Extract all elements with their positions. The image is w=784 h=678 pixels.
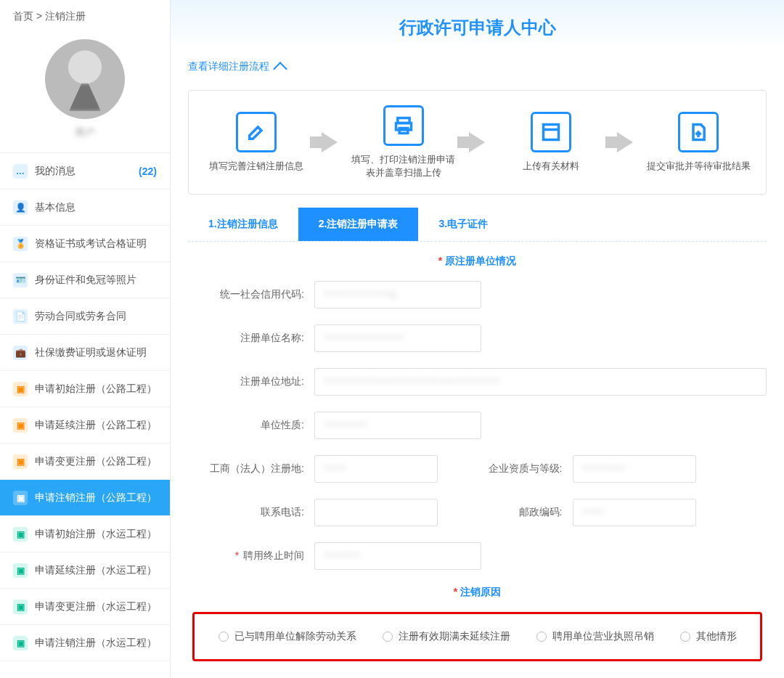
unit-addr-field[interactable]: ****************************************… [314, 368, 767, 396]
reason-option-1[interactable]: 已与聘用单位解除劳动关系 [219, 630, 356, 643]
camera-icon: ▣ [13, 600, 28, 614]
camera-icon: ▣ [13, 527, 28, 542]
sidebar-item-label: 申请注销注册（公路工程） [35, 491, 157, 505]
radio-icon [680, 632, 690, 642]
reg-place-select[interactable]: ****** [314, 455, 438, 483]
tabs: 1.注销注册信息 2.注销注册申请表 3.电子证件 [188, 208, 767, 242]
page-title: 行政许可申请人中心 [171, 0, 784, 49]
breadcrumb-current: 注销注册 [45, 10, 86, 22]
tab-info[interactable]: 1.注销注册信息 [188, 208, 298, 241]
tab-form[interactable]: 2.注销注册申请表 [298, 208, 419, 241]
sidebar-item-label: 劳动合同或劳务合同 [35, 310, 126, 323]
contract-icon: 📄 [13, 309, 28, 324]
arrow-icon [469, 132, 485, 152]
sidebar-item-label: 申请初始注册（水运工程） [35, 528, 157, 541]
step-flow: 填写完善注销注册信息 填写、打印注销注册申请表并盖章扫描上传 上传有关材料 提交… [188, 90, 767, 195]
sidebar-item-basic-info[interactable]: 👤 基本信息 [0, 189, 170, 226]
sidebar-item-messages[interactable]: … 我的消息 (22) [0, 153, 170, 189]
sidebar-item-change-water[interactable]: ▣ 申请变更注册（水运工程） [0, 589, 170, 625]
camera-icon: ▣ [13, 563, 28, 578]
sidebar-item-label: 社保缴费证明或退休证明 [35, 346, 147, 359]
sidebar-item-cancel-water[interactable]: ▣ 申请注销注册（水运工程） [0, 625, 170, 661]
svg-rect-3 [544, 125, 559, 140]
camera-icon: ▣ [13, 636, 28, 650]
sidebar-item-label: 我的消息 [35, 165, 75, 178]
sidebar-item-label: 申请注销注册（水运工程） [35, 637, 157, 650]
id-icon: 🪪 [13, 273, 28, 287]
chat-icon: … [13, 164, 28, 179]
unit-name-field[interactable]: ********************** [314, 324, 481, 352]
reason-option-3[interactable]: 聘用单位营业执照吊销 [536, 630, 654, 643]
messages-count: (22) [139, 166, 157, 177]
camera-icon: ▣ [13, 418, 28, 433]
print-icon [383, 105, 424, 146]
reason-option-2[interactable]: 注册有效期满未延续注册 [383, 630, 510, 643]
sidebar-item-label: 申请变更注册（公路工程） [35, 455, 157, 468]
cancel-reason-box: 已与聘用单位解除劳动关系 注册有效期满未延续注册 聘用单位营业执照吊销 其他情形 [192, 612, 762, 661]
sidebar-item-label: 申请延续注册（公路工程） [35, 419, 157, 432]
avatar [45, 39, 125, 119]
uscc-field[interactable]: ******************S [314, 281, 481, 309]
upload-icon [531, 112, 571, 152]
row-unit-type: 单位性质: ************ [188, 412, 767, 439]
camera-icon: ▣ [13, 491, 28, 505]
sidebar-item-initial-water[interactable]: ▣ 申请初始注册（水运工程） [0, 516, 170, 552]
breadcrumb-home[interactable]: 首页 [13, 10, 33, 22]
person-icon: 👤 [13, 200, 28, 215]
end-date-field[interactable]: ********** [314, 542, 481, 570]
sidebar-item-label: 申请延续注册（水运工程） [35, 564, 157, 577]
sidebar-item-label: 基本信息 [35, 201, 75, 214]
sidebar-item-label: 资格证书或考试合格证明 [35, 237, 147, 250]
submit-icon [678, 112, 719, 152]
row-unit-addr: 注册单位地址: ********************************… [188, 368, 767, 396]
row-unit-name: 注册单位名称: ********************** [188, 324, 767, 352]
radio-icon [383, 632, 393, 642]
breadcrumb: 首页 > 注销注册 [0, 0, 170, 30]
sidebar-item-change-road[interactable]: ▣ 申请变更注册（公路工程） [0, 444, 170, 480]
sidebar-item-contract[interactable]: 📄 劳动合同或劳务合同 [0, 298, 170, 335]
bag-icon: 💼 [13, 346, 28, 360]
row-reg-qual: 工商（法人）注册地: ****** 企业资质与等级: ************ [188, 455, 767, 483]
row-end-date: * 聘用终止时间 ********** [188, 542, 767, 570]
qual-level-field[interactable]: ************ [573, 455, 696, 483]
badge-icon: 🏅 [13, 237, 28, 251]
sidebar-item-label: 身份证件和免冠等照片 [35, 274, 136, 287]
sidebar-item-label: 申请初始注册（公路工程） [35, 383, 157, 396]
avatar-block: 用户 [0, 30, 170, 153]
step-1: 填写完善注销注册信息 [202, 112, 311, 173]
radio-icon [536, 632, 547, 642]
sidebar-item-social[interactable]: 💼 社保缴费证明或退休证明 [0, 335, 170, 371]
section-original-unit: * 原注册单位情况 [188, 255, 767, 268]
main-content: 行政许可申请人中心 查看详细注册流程 填写完善注销注册信息 填写、打印注销注册申… [171, 0, 784, 678]
step-4: 提交审批并等待审批结果 [644, 112, 753, 173]
unit-type-field[interactable]: ************ [314, 412, 481, 439]
postcode-field[interactable]: ****** [573, 499, 696, 526]
sidebar-item-renew-road[interactable]: ▣ 申请延续注册（公路工程） [0, 407, 170, 444]
username: 用户 [0, 126, 170, 139]
sidebar-item-renew-water[interactable]: ▣ 申请延续注册（水运工程） [0, 552, 170, 589]
section-cancel-reason: * 注销原因 [188, 586, 767, 599]
step-3: 上传有关材料 [497, 112, 605, 173]
sidebar: 首页 > 注销注册 用户 … 我的消息 (22) 👤 基本信息 🏅 资格证书或考… [0, 0, 171, 678]
row-phone-post: 联系电话: 邮政编码: ****** [188, 499, 767, 526]
reason-option-4[interactable]: 其他情形 [680, 630, 737, 643]
row-uscc: 统一社会信用代码: ******************S [188, 281, 767, 309]
phone-field[interactable] [314, 499, 438, 526]
camera-icon: ▣ [13, 454, 28, 469]
chevron-up-icon [273, 62, 287, 76]
sidebar-item-initial-road[interactable]: ▣ 申请初始注册（公路工程） [0, 371, 170, 407]
step-2: 填写、打印注销注册申请表并盖章扫描上传 [349, 105, 458, 179]
camera-icon: ▣ [13, 382, 28, 396]
edit-icon [236, 112, 277, 152]
arrow-icon [617, 132, 633, 152]
tab-ecert[interactable]: 3.电子证件 [418, 208, 508, 241]
sidebar-item-label: 申请变更注册（水运工程） [35, 600, 157, 613]
radio-icon [219, 632, 229, 642]
sidebar-item-id-photo[interactable]: 🪪 身份证件和免冠等照片 [0, 262, 170, 298]
sidebar-item-cert[interactable]: 🏅 资格证书或考试合格证明 [0, 226, 170, 262]
arrow-icon [322, 132, 338, 152]
sidebar-item-cancel-road[interactable]: ▣ 申请注销注册（公路工程） [0, 480, 170, 516]
detail-toggle[interactable]: 查看详细注册流程 [188, 55, 767, 90]
